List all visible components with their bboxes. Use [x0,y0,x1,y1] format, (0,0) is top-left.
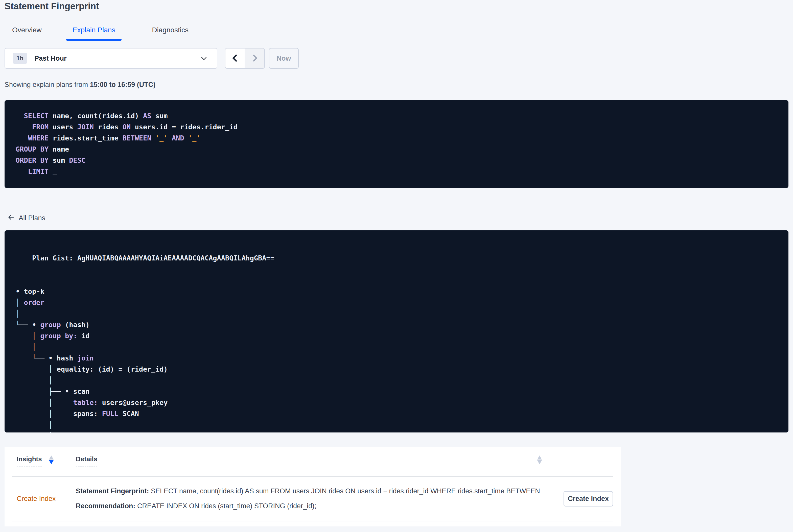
sql-fingerprint-panel: SELECT name, count(rides.id) AS sum FROM… [4,100,789,188]
insights-column-header[interactable]: Insights [12,455,76,467]
showing-range-prefix: Showing explain plans from [4,81,90,89]
chevron-left-icon [231,54,239,63]
insights-table-header: Insights Details [12,446,613,476]
time-range-badge: 1h [13,53,27,64]
previous-time-button[interactable] [225,49,245,68]
time-range-selector[interactable]: 1h Past Hour [4,48,217,69]
time-nav-group [225,48,265,69]
create-index-button[interactable]: Create Index [564,491,613,507]
tab-explain-plans-label: Explain Plans [73,26,115,34]
arrow-left-icon [7,214,15,223]
plan-gist-spacer [16,275,789,286]
insight-type-link[interactable]: Create Index [17,495,56,502]
now-button[interactable]: Now [269,48,299,69]
time-range-label: Past Hour [34,55,67,62]
tab-diagnostics[interactable]: Diagnostics [146,24,195,40]
statement-fingerprint-detail-label: Statement Fingerprint: [76,487,149,495]
details-column-header[interactable]: Details [76,455,542,467]
plan-gist-label: Plan Gist: [32,254,77,262]
showing-range-text: Showing explain plans from 15:00 to 16:5… [4,81,155,89]
tab-explain-plans[interactable]: Explain Plans [66,24,122,40]
statement-fingerprint-detail-value: SELECT name, count(rides.id) AS sum FROM… [149,487,542,495]
all-plans-back-link[interactable]: All Plans [7,214,45,223]
tab-bar: Overview Explain Plans Diagnostics [0,24,793,40]
tab-overview-label: Overview [12,26,42,34]
showing-range-value: 15:00 to 16:59 (UTC) [90,81,156,89]
chevron-right-icon [250,54,259,63]
sort-arrows-icon[interactable] [49,455,54,464]
sort-arrows-icon[interactable] [537,455,542,464]
next-time-button[interactable] [245,49,264,68]
plan-gist-value: AgHUAQIABQAAAAHYAQIAiAEAAAADCQACAgAABQIL… [77,254,275,262]
tab-diagnostics-label: Diagnostics [152,26,189,34]
recommendation-detail: Recommendation: CREATE INDEX ON rides (s… [76,502,542,510]
all-plans-label: All Plans [19,214,45,222]
plan-gist-panel: Plan Gist: AgHUAQIABQAAAAHYAQIAiAEAAAADC… [4,230,789,433]
insights-header-label: Insights [17,455,42,467]
insights-table-card: Insights Details Create Index Statement … [4,446,621,527]
recommendation-detail-value: CREATE INDEX ON rides (start_time) STORI… [135,502,316,510]
tab-overview[interactable]: Overview [6,24,48,40]
chevron-down-icon [200,55,208,62]
active-tab-indicator [66,39,122,41]
statement-fingerprint-detail: Statement Fingerprint: SELECT name, coun… [76,487,542,495]
recommendation-detail-label: Recommendation: [76,502,135,510]
page-title: Statement Fingerprint [4,1,99,12]
plan-gist-line: Plan Gist: AgHUAQIABQAAAAHYAQIAiAEAAAADC… [16,242,789,275]
details-header-label: Details [76,455,97,467]
plan-tree: • top-k│ order│└── • group (hash) │ grou… [16,286,789,433]
table-row: Create Index Statement Fingerprint: SELE… [12,476,613,521]
